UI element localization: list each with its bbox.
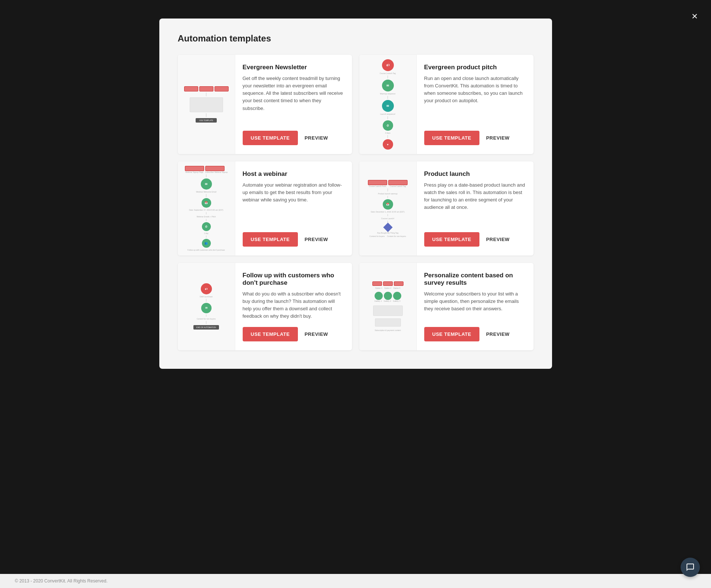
- copyright-text: © 2013 - 2020 ConvertKit. All Rights Res…: [15, 578, 107, 584]
- use-template-button-follow-up[interactable]: USE TEMPLATE: [243, 327, 298, 341]
- use-template-button-evergreen-product-pitch[interactable]: USE TEMPLATE: [424, 131, 479, 145]
- card-actions-evergreen-newsletter: USE TEMPLATE PREVIEW: [243, 131, 345, 145]
- templates-grid: USE TEMPLATE Evergreen Newsletter Get of…: [178, 55, 534, 350]
- preview-button-evergreen-newsletter[interactable]: PREVIEW: [305, 135, 328, 141]
- card-title-host-webinar: Host a webinar: [243, 170, 345, 178]
- card-title-evergreen-newsletter: Evergreen Newsletter: [243, 64, 345, 71]
- card-preview-evergreen-newsletter: USE TEMPLATE: [178, 55, 235, 154]
- card-actions-product-launch: USE TEMPLATE PREVIEW: [424, 232, 526, 247]
- template-card-survey: Option 1 Option 2 Option 3 Gallery 1 Gal…: [359, 263, 534, 350]
- footer: © 2013 - 2020 ConvertKit. All Rights Res…: [0, 574, 711, 588]
- card-actions-host-webinar: USE TEMPLATE PREVIEW: [243, 232, 345, 247]
- use-template-button-host-webinar[interactable]: USE TEMPLATE: [243, 232, 298, 247]
- chat-button[interactable]: [681, 558, 700, 577]
- card-title-survey: Personalize content based on survey resu…: [424, 272, 526, 287]
- card-preview-survey: Option 1 Option 2 Option 3 Gallery 1 Gal…: [359, 263, 417, 350]
- automation-templates-modal: Automation templates USE TEMPLATE: [159, 19, 552, 369]
- card-desc-evergreen-product-pitch: Run an open and close launch automatical…: [424, 75, 526, 105]
- card-content-evergreen-newsletter: Evergreen Newsletter Get off the weekly …: [235, 55, 352, 154]
- card-desc-evergreen-newsletter: Get off the weekly content treadmill by …: [243, 75, 345, 112]
- preview-button-evergreen-product-pitch[interactable]: PREVIEW: [486, 135, 509, 141]
- card-title-product-launch: Product launch: [424, 170, 526, 178]
- card-content-follow-up: Follow up with customers who don't purch…: [235, 263, 352, 350]
- use-template-button-evergreen-newsletter[interactable]: USE TEMPLATE: [243, 131, 298, 145]
- preview-button-host-webinar[interactable]: PREVIEW: [305, 237, 328, 242]
- preview-button-product-launch[interactable]: PREVIEW: [486, 237, 509, 242]
- preview-button-follow-up[interactable]: PREVIEW: [305, 331, 328, 337]
- card-preview-follow-up: 🏷 Didn't purchase ✉ Content for non-buye…: [178, 263, 235, 350]
- template-card-product-launch: Course Launch Form Course Launch Tag Pro…: [359, 161, 534, 255]
- card-title-follow-up: Follow up with customers who don't purch…: [243, 272, 345, 287]
- modal-title: Automation templates: [178, 33, 534, 44]
- card-desc-product-launch: Press play on a date-based product launc…: [424, 181, 526, 211]
- card-desc-survey: Welcome your subscribers to your list wi…: [424, 290, 526, 313]
- close-button[interactable]: ×: [687, 9, 702, 24]
- card-desc-follow-up: What do you do with a subscriber who doe…: [243, 290, 345, 320]
- template-card-follow-up: 🏷 Didn't purchase ✉ Content for non-buye…: [178, 263, 352, 350]
- preview-button-survey[interactable]: PREVIEW: [486, 331, 509, 337]
- card-preview-product-launch: Course Launch Form Course Launch Tag Pro…: [359, 161, 417, 255]
- template-card-evergreen-product-pitch: 🏷 Course Launch Tag ✉ Warmup sequence ✉ …: [359, 55, 534, 154]
- card-actions-evergreen-product-pitch: USE TEMPLATE PREVIEW: [424, 131, 526, 145]
- card-title-evergreen-product-pitch: Evergreen product pitch: [424, 64, 526, 71]
- card-preview-evergreen-product-pitch: 🏷 Course Launch Tag ✉ Warmup sequence ✉ …: [359, 55, 417, 154]
- card-content-product-launch: Product launch Press play on a date-base…: [417, 161, 534, 255]
- template-card-host-webinar: Webinar Signup Page Subscriber Webinar S…: [178, 161, 352, 255]
- card-preview-host-webinar: Webinar Signup Page Subscriber Webinar S…: [178, 161, 235, 255]
- card-actions-survey: USE TEMPLATE PREVIEW: [424, 327, 526, 341]
- card-actions-follow-up: USE TEMPLATE PREVIEW: [243, 327, 345, 341]
- card-content-survey: Personalize content based on survey resu…: [417, 263, 534, 350]
- card-content-host-webinar: Host a webinar Automate your webinar reg…: [235, 161, 352, 255]
- use-template-button-survey[interactable]: USE TEMPLATE: [424, 327, 479, 341]
- card-desc-host-webinar: Automate your webinar registration and f…: [243, 181, 345, 204]
- template-card-evergreen-newsletter: USE TEMPLATE Evergreen Newsletter Get of…: [178, 55, 352, 154]
- use-template-button-product-launch[interactable]: USE TEMPLATE: [424, 232, 479, 247]
- card-content-evergreen-product-pitch: Evergreen product pitch Run an open and …: [417, 55, 534, 154]
